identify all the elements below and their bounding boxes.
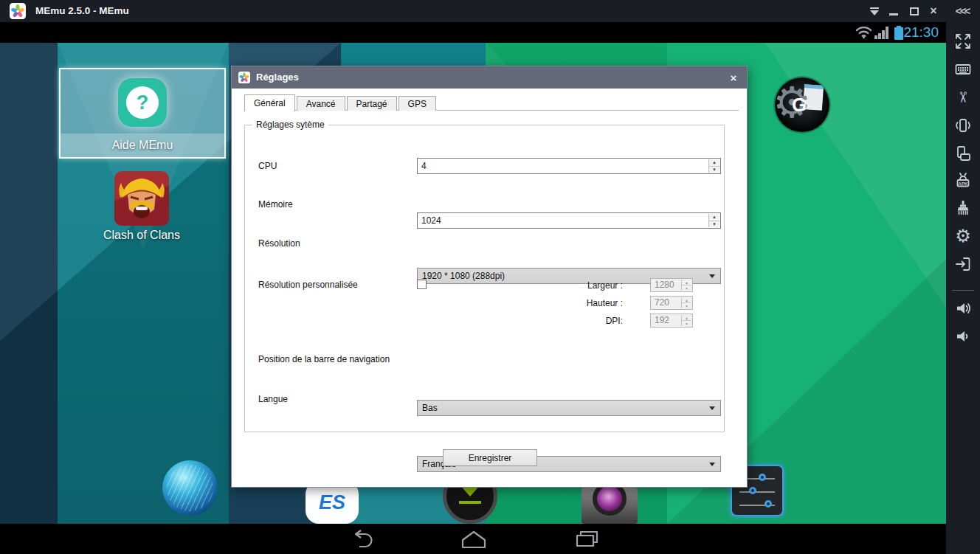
- keyboard-button[interactable]: [954, 60, 972, 78]
- tab-general[interactable]: Général: [244, 94, 295, 111]
- close-window-button[interactable]: ×: [926, 0, 941, 22]
- g-letter-icon: G: [792, 94, 807, 117]
- spin-up-button[interactable]: ▲: [682, 315, 691, 321]
- spin-up-icon: ▲: [685, 280, 689, 285]
- group-title: Réglages sytème: [252, 120, 328, 130]
- width-value: 1280: [655, 279, 674, 291]
- spin-down-button[interactable]: ▼: [709, 221, 720, 228]
- dialog-close-button[interactable]: ×: [725, 66, 742, 89]
- height-input[interactable]: 720 ▲ ▼: [650, 296, 693, 310]
- question-mark-icon: ?: [137, 91, 149, 114]
- memory-input[interactable]: 1024 ▲ ▼: [417, 212, 721, 229]
- google-installer-icon[interactable]: ⚙ G: [775, 77, 829, 132]
- custom-resolution-checkbox[interactable]: [417, 280, 427, 289]
- app-shortcut-aide-memu[interactable]: ? Aide MEmu: [59, 68, 226, 159]
- maximize-button[interactable]: [907, 0, 922, 22]
- close-icon: ×: [731, 72, 737, 84]
- cpu-input[interactable]: 4 ▲ ▼: [417, 158, 721, 174]
- resolution-value: 1920 * 1080 (288dpi): [422, 269, 505, 283]
- volume-down-button[interactable]: [954, 328, 972, 345]
- custom-resolution-label: Résolution personnalisée: [258, 280, 358, 290]
- minimize-icon: [889, 13, 898, 15]
- spin-up-button[interactable]: ▲: [682, 297, 691, 303]
- memu-logo-icon: [238, 72, 250, 83]
- width-input[interactable]: 1280 ▲ ▼: [650, 278, 693, 292]
- download-bar-icon: [459, 501, 481, 504]
- volume-up-icon: [954, 299, 972, 317]
- spin-down-button[interactable]: ▼: [682, 303, 691, 308]
- navbar-position-label: Position de la barre de navigation: [258, 354, 390, 364]
- tab-partage[interactable]: Partagé: [347, 96, 397, 111]
- navbar-position-dropdown[interactable]: Bas: [417, 400, 721, 416]
- settings-dialog: Réglages × Général Avancé Partagé GPS Ré…: [231, 66, 748, 488]
- minimize-button[interactable]: [886, 0, 901, 22]
- slider-knob: [765, 500, 772, 508]
- spin-down-icon: ▼: [685, 304, 689, 308]
- dpi-input[interactable]: 192 ▲ ▼: [650, 314, 693, 328]
- home-icon: [460, 530, 487, 549]
- system-settings-group: Réglages sytème CPU 4 ▲ ▼ Mémoire 1024 ▲…: [244, 125, 725, 432]
- exit-button[interactable]: [954, 255, 972, 273]
- tab-gps[interactable]: GPS: [398, 96, 436, 111]
- globe-streaks: [167, 465, 213, 511]
- app-label: Clash of Clans: [53, 229, 230, 242]
- spin-down-icon: ▼: [712, 167, 717, 172]
- window-titlebar: MEmu 2.5.0 - MEmu × <<<: [0, 0, 980, 22]
- window-title: MEmu 2.5.0 - MEmu: [35, 0, 129, 22]
- spin-down-button[interactable]: ▼: [682, 321, 691, 326]
- spin-up-button[interactable]: ▲: [682, 280, 691, 285]
- app-shortcut-clash-of-clans[interactable]: [114, 171, 169, 226]
- cpu-spinner: ▲ ▼: [708, 159, 720, 173]
- app-label: Aide MEmu: [112, 139, 173, 152]
- height-label: Hauteur :: [503, 298, 623, 308]
- spin-down-icon: ▼: [685, 286, 689, 291]
- shake-button[interactable]: [954, 117, 972, 134]
- install-apk-button[interactable]: APK: [954, 171, 972, 189]
- dialog-titlebar[interactable]: Réglages ×: [232, 66, 747, 89]
- slider-row: [739, 491, 775, 493]
- emulator-settings-button[interactable]: ⚙: [954, 227, 972, 245]
- dpi-label: DPI:: [503, 316, 623, 326]
- signal-icon: [874, 26, 889, 39]
- fit-window-button[interactable]: [867, 0, 882, 22]
- collapse-sidebar-button[interactable]: <<<: [950, 0, 975, 22]
- browser-globe-icon[interactable]: [162, 460, 218, 516]
- save-button[interactable]: Enregistrer: [443, 449, 537, 466]
- recents-button[interactable]: [574, 530, 601, 552]
- keyboard-icon: [954, 60, 972, 78]
- dropdown-caret-icon: [709, 274, 715, 278]
- back-button[interactable]: [349, 530, 373, 552]
- recents-icon: [574, 530, 601, 549]
- dialog-title: Réglages: [256, 66, 299, 89]
- back-icon: [349, 530, 373, 549]
- rotate-icon: [954, 145, 972, 162]
- memory-value: 1024: [421, 213, 441, 228]
- close-icon: ×: [930, 4, 936, 18]
- rotate-button[interactable]: [954, 145, 972, 162]
- clear-cache-button[interactable]: [954, 199, 972, 217]
- fit-window-caret-icon: [870, 10, 879, 15]
- spin-down-button[interactable]: ▼: [682, 285, 691, 291]
- battery-icon: [894, 26, 904, 40]
- dropdown-caret-icon: [709, 463, 715, 466]
- spin-down-button[interactable]: ▼: [709, 167, 720, 173]
- spin-up-icon: ▲: [712, 215, 717, 219]
- spin-up-icon: ▲: [685, 316, 689, 320]
- home-button[interactable]: [460, 530, 487, 552]
- height-spinner: ▲ ▼: [681, 297, 691, 308]
- aide-memu-label-band: Aide MEmu: [61, 134, 224, 157]
- cpu-value: 4: [421, 159, 427, 173]
- tab-avance[interactable]: Avancé: [297, 96, 345, 111]
- screenshot-button[interactable]: ✂: [954, 89, 972, 106]
- width-label: Largeur :: [503, 280, 623, 291]
- spin-up-button[interactable]: ▲: [709, 214, 720, 221]
- emulator-toolbar: ✂ APK: [946, 22, 980, 554]
- clash-of-clans-icon: [114, 171, 169, 226]
- language-label: Langue: [258, 394, 288, 404]
- spin-up-icon: ▲: [712, 160, 717, 165]
- clock: 21:30: [903, 24, 939, 41]
- volume-up-button[interactable]: [954, 299, 972, 317]
- camera-icon[interactable]: [582, 488, 638, 524]
- fullscreen-button[interactable]: [954, 32, 972, 50]
- spin-up-button[interactable]: ▲: [709, 159, 720, 167]
